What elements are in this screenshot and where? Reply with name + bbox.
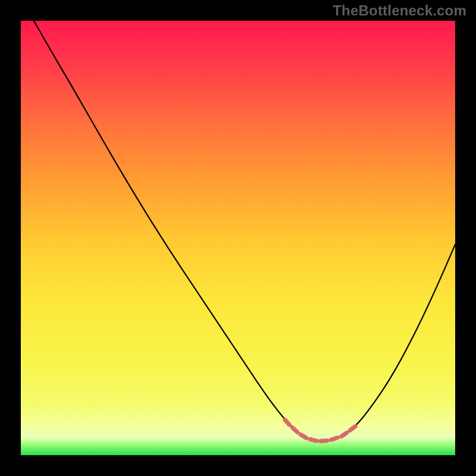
watermark-label: TheBottleneck.com bbox=[333, 2, 466, 19]
optimal-zone-dash bbox=[342, 433, 347, 436]
optimal-zone-dash bbox=[300, 434, 306, 438]
chart-svg bbox=[21, 21, 455, 455]
optimal-zone-dash bbox=[331, 438, 338, 440]
chart-plot-area bbox=[21, 21, 455, 455]
optimal-zone-dash bbox=[321, 441, 327, 441]
optimal-zone-dash bbox=[310, 439, 317, 441]
chart-background-gradient bbox=[21, 21, 455, 455]
